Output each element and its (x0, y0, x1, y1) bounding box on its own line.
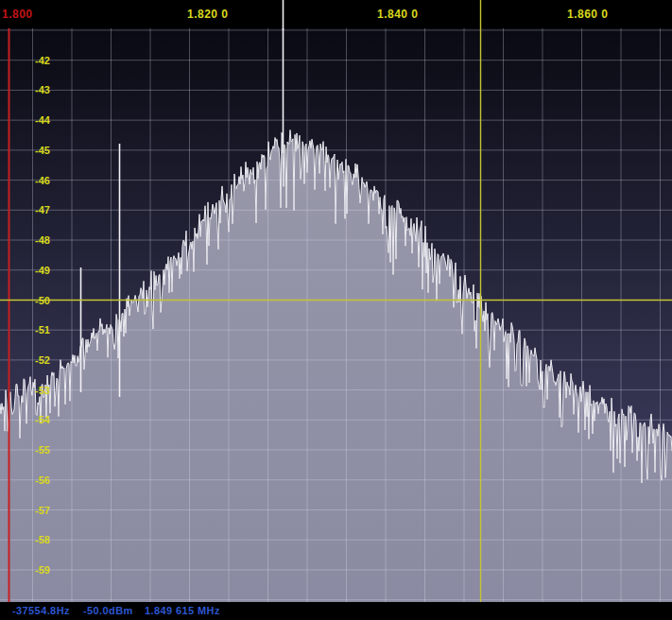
y-axis-label: -50 (35, 295, 50, 306)
y-axis-label: -52 (35, 354, 50, 366)
y-axis-label: -49 (35, 265, 50, 276)
spectrum-plot[interactable]: -42-43-44-45-46-47-48-49-50-51-52-53-54-… (0, 0, 672, 620)
y-axis-label: -53 (35, 385, 50, 396)
frequency-scale[interactable]: 1.8001.820 01.840 01.860 0 (0, 0, 672, 28)
freq-scale-label: 1.820 0 (187, 8, 229, 21)
y-axis-label: -55 (35, 444, 50, 456)
cursor-offset-readout: -37554.8Hz (12, 605, 70, 616)
spectrum-analyzer-window: -42-43-44-45-46-47-48-49-50-51-52-53-54-… (0, 0, 672, 620)
cursor-level-readout: -50.0dBm (83, 605, 133, 616)
y-axis-label: -42 (35, 55, 50, 66)
y-axis-label: -48 (35, 234, 50, 246)
y-axis-label: -58 (35, 534, 50, 545)
cursor-frequency-readout: 1.849 615 MHz (145, 605, 220, 616)
y-axis-label: -44 (35, 114, 51, 126)
freq-scale-label: 1.860 0 (567, 8, 609, 21)
y-axis-label: -56 (35, 474, 50, 486)
y-axis-label: -43 (35, 84, 50, 95)
y-axis-label: -59 (35, 564, 50, 576)
y-axis-label: -57 (35, 505, 50, 516)
y-axis-label: -51 (35, 324, 50, 336)
y-axis-label: -46 (35, 175, 50, 186)
y-axis-label: -54 (35, 414, 51, 425)
y-axis-label: -47 (35, 204, 50, 215)
freq-scale-label: 1.840 0 (377, 8, 419, 21)
y-axis-label: -45 (35, 145, 50, 156)
freq-scale-label: 1.800 (2, 8, 33, 21)
status-bar: -37554.8Hz -50.0dBm 1.849 615 MHz (0, 602, 672, 620)
